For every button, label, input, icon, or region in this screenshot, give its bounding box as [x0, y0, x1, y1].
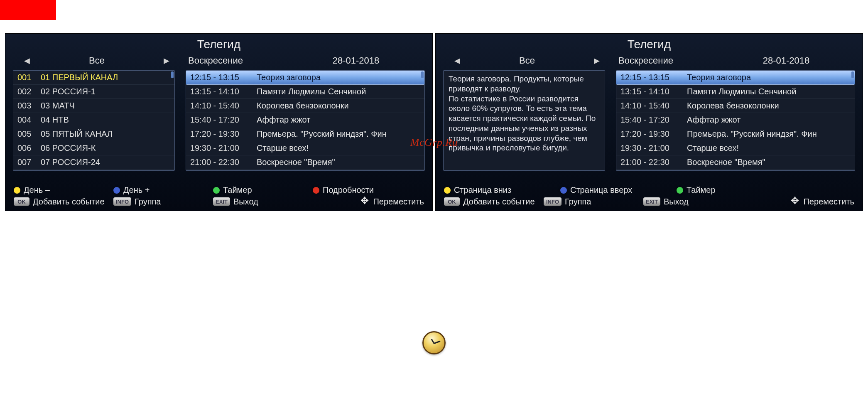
- program-title: Воскресное "Время": [257, 157, 420, 167]
- description-text: Теория заговора. Продукты, которые приво…: [449, 74, 600, 153]
- program-row[interactable]: 12:15 - 13:15Теория заговора: [186, 71, 424, 85]
- legend-group: Группа: [565, 197, 591, 207]
- filter-label[interactable]: Все: [40, 55, 153, 66]
- program-time: 15:40 - 17:20: [190, 115, 257, 125]
- yellow-dot-icon: [444, 187, 451, 194]
- screens-container: Телегид ◀ Все ▶ Воскресение 28-01-2018 0…: [5, 33, 863, 211]
- info-button-icon: INFO: [544, 197, 562, 206]
- legend-day-minus: День –: [24, 185, 50, 195]
- channel-list[interactable]: 00101 ПЕРВЫЙ КАНАЛ00202 РОССИЯ-100303 МА…: [13, 70, 175, 171]
- program-row[interactable]: 21:00 - 22:30Воскресное "Время": [186, 155, 424, 170]
- channel-number: 004: [17, 115, 41, 125]
- channel-name: 03 МАТЧ: [41, 101, 170, 111]
- program-row[interactable]: 14:10 - 15:40Королева бензоколонки: [186, 99, 424, 113]
- filter-next-icon[interactable]: ▶: [153, 56, 180, 65]
- program-row[interactable]: 17:20 - 19:30Премьера. "Русский ниндзя".…: [186, 127, 424, 141]
- page-title: Телегид: [5, 34, 432, 54]
- channel-number: 003: [17, 101, 41, 111]
- tv-guide-panel-right: Телегид ◀ Все ▶ Воскресение 28-01-2018 Т…: [435, 33, 863, 211]
- red-dot-icon: [313, 187, 319, 194]
- channel-name: 01 ПЕРВЫЙ КАНАЛ: [41, 73, 170, 82]
- exit-button-icon: EXIT: [643, 197, 660, 206]
- channel-row[interactable]: 00505 ПЯТЫЙ КАНАЛ: [13, 127, 174, 141]
- channel-name: 04 НТВ: [41, 115, 170, 125]
- program-time: 15:40 - 17:20: [620, 115, 687, 125]
- program-row[interactable]: 15:40 - 17:20Аффтар жжот: [616, 113, 855, 127]
- exit-button-icon: EXIT: [213, 197, 230, 206]
- program-row[interactable]: 13:15 - 14:10Памяти Людмилы Сенчиной: [186, 85, 424, 99]
- program-title: Теория заговора: [687, 73, 851, 82]
- program-time: 21:00 - 22:30: [620, 157, 687, 167]
- legend-timer: Таймер: [687, 185, 716, 195]
- ok-button-icon: OK: [444, 197, 460, 206]
- channel-row[interactable]: 00303 МАТЧ: [13, 99, 174, 113]
- legend-day-plus: День +: [123, 185, 150, 195]
- program-title: Аффтар жжот: [687, 115, 851, 125]
- program-title: Памяти Людмилы Сенчиной: [257, 87, 420, 96]
- red-marker: [0, 0, 56, 20]
- program-list[interactable]: 12:15 - 13:15Теория заговора13:15 - 14:1…: [616, 70, 855, 171]
- program-title: Теория заговора: [257, 73, 420, 82]
- filter-prev-icon[interactable]: ◀: [444, 56, 471, 65]
- program-title: Воскресное "Время": [687, 157, 851, 167]
- scrollbar-thumb[interactable]: [421, 71, 424, 78]
- legend: День – День + Таймер Подробности OKДобав…: [14, 184, 424, 207]
- legend-add-event: Добавить событие: [463, 197, 535, 207]
- program-row[interactable]: 17:20 - 19:30Премьера. "Русский ниндзя".…: [616, 127, 855, 141]
- filter-label[interactable]: Все: [471, 55, 584, 66]
- legend-exit: Выход: [664, 197, 689, 207]
- yellow-dot-icon: [14, 187, 20, 194]
- day-label: Воскресение: [610, 55, 718, 66]
- program-row[interactable]: 15:40 - 17:20Аффтар жжот: [186, 113, 424, 127]
- program-row[interactable]: 12:15 - 13:15Теория заговора: [616, 71, 855, 85]
- program-time: 19:30 - 21:00: [190, 143, 257, 153]
- channel-number: 006: [17, 143, 41, 153]
- clock-icon: [422, 331, 446, 354]
- program-title: Премьера. "Русский ниндзя". Фин: [687, 129, 851, 139]
- filter-next-icon[interactable]: ▶: [584, 56, 610, 65]
- selector-row: ◀ Все ▶ Воскресение 28-01-2018: [5, 54, 432, 70]
- page-title: Телегид: [436, 34, 863, 54]
- program-row[interactable]: 14:10 - 15:40Королева бензоколонки: [616, 99, 855, 113]
- move-icon: [360, 197, 370, 207]
- tv-guide-panel-left: Телегид ◀ Все ▶ Воскресение 28-01-2018 0…: [5, 33, 433, 211]
- program-time: 14:10 - 15:40: [190, 101, 257, 111]
- blue-dot-icon: [560, 187, 567, 194]
- channel-name: 06 РОССИЯ-К: [41, 143, 170, 153]
- channel-row[interactable]: 00101 ПЕРВЫЙ КАНАЛ: [13, 71, 174, 85]
- legend-timer: Таймер: [223, 185, 252, 195]
- channel-row[interactable]: 00606 РОССИЯ-К: [13, 141, 174, 155]
- day-label: Воскресение: [180, 55, 288, 66]
- program-time: 17:20 - 19:30: [620, 129, 687, 139]
- program-time: 14:10 - 15:40: [620, 101, 687, 111]
- channel-number: 007: [17, 157, 41, 167]
- program-row[interactable]: 13:15 - 14:10Памяти Людмилы Сенчиной: [616, 85, 855, 99]
- legend-exit: Выход: [233, 197, 258, 207]
- channel-row[interactable]: 00404 НТВ: [13, 113, 174, 127]
- legend-details: Подробности: [323, 185, 374, 195]
- channel-name: 05 ПЯТЫЙ КАНАЛ: [41, 129, 170, 139]
- move-icon: [791, 197, 801, 207]
- program-list[interactable]: 12:15 - 13:15Теория заговора13:15 - 14:1…: [186, 70, 425, 171]
- program-row[interactable]: 19:30 - 21:00Старше всех!: [186, 141, 424, 155]
- program-row[interactable]: 21:00 - 22:30Воскресное "Время": [616, 155, 855, 170]
- info-button-icon: INFO: [113, 197, 131, 206]
- program-time: 17:20 - 19:30: [190, 129, 257, 139]
- program-time: 19:30 - 21:00: [620, 143, 687, 153]
- program-title: Королева бензоколонки: [257, 101, 420, 111]
- green-dot-icon: [677, 187, 683, 194]
- scrollbar-thumb[interactable]: [851, 71, 854, 78]
- watermark-text: McGrp.Ru: [410, 136, 458, 149]
- legend-group: Группа: [135, 197, 161, 207]
- scrollbar-thumb[interactable]: [171, 71, 174, 78]
- selector-row: ◀ Все ▶ Воскресение 28-01-2018: [436, 54, 863, 70]
- blue-dot-icon: [113, 187, 120, 194]
- channel-row[interactable]: 00202 РОССИЯ-1: [13, 85, 174, 99]
- channel-number: 002: [17, 87, 41, 96]
- program-row[interactable]: 19:30 - 21:00Старше всех!: [616, 141, 855, 155]
- date-label: 28-01-2018: [288, 55, 424, 66]
- channel-row[interactable]: 00707 РОССИЯ-24: [13, 155, 174, 170]
- legend-page-down: Страница вниз: [454, 185, 511, 195]
- filter-prev-icon[interactable]: ◀: [14, 56, 40, 65]
- legend-move: Переместить: [373, 197, 424, 207]
